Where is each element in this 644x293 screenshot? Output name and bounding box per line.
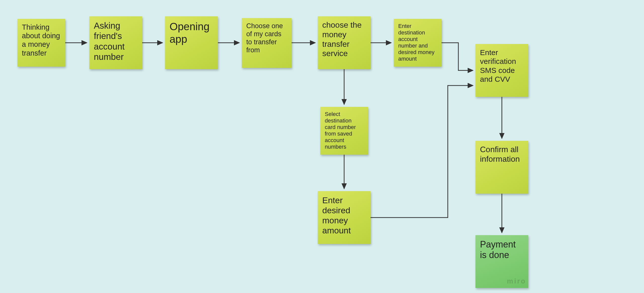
sticky-enter-amount[interactable]: Enter desired money amount <box>318 191 371 244</box>
sticky-text: Confirm all information <box>480 145 520 163</box>
sticky-choose-card[interactable]: Choose one of my cards to transfer from <box>242 18 292 68</box>
sticky-text: Payment is done <box>480 239 516 260</box>
sticky-text: choose the money transfer service <box>322 20 362 58</box>
sticky-thinking-transfer[interactable]: Thinking about doing a money transfer <box>17 19 65 67</box>
sticky-choose-service[interactable]: choose the money transfer service <box>318 16 371 69</box>
sticky-select-saved-card[interactable]: Select destination card number from save… <box>320 107 368 155</box>
sticky-text: Opening app <box>170 21 210 45</box>
sticky-text: Select destination card number from save… <box>325 111 356 150</box>
sticky-text: Enter verification SMS code and CVV <box>480 48 516 83</box>
sticky-opening-app[interactable]: Opening app <box>165 16 218 69</box>
miro-watermark: miro <box>507 277 526 285</box>
sticky-enter-verification[interactable]: Enter verification SMS code and CVV <box>475 44 528 97</box>
sticky-asking-account[interactable]: Asking friend's account number <box>89 16 142 69</box>
sticky-text: Asking friend's account number <box>94 21 125 62</box>
sticky-text: Thinking about doing a money transfer <box>22 23 60 57</box>
sticky-text: Choose one of my cards to transfer from <box>246 22 283 54</box>
diagram-canvas: Thinking about doing a money transfer As… <box>0 0 644 293</box>
sticky-text: Enter destination account number and des… <box>398 23 434 62</box>
sticky-text: Enter desired money amount <box>322 195 351 235</box>
sticky-enter-destination-typed[interactable]: Enter destination account number and des… <box>394 19 441 67</box>
watermark-text: miro <box>507 277 526 285</box>
sticky-confirm-info[interactable]: Confirm all information <box>475 141 528 194</box>
arrow-n6-n7 <box>441 43 473 70</box>
arrow-n9-n7 <box>371 86 473 218</box>
